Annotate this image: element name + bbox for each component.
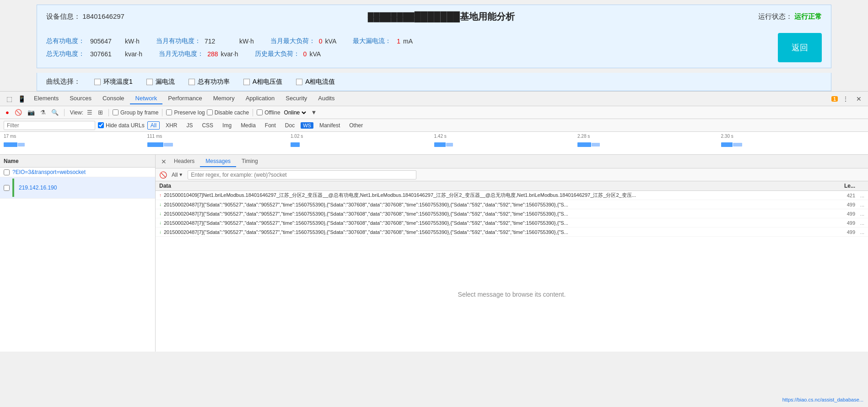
filter-css-btn[interactable]: CSS (199, 121, 216, 130)
preserve-log-group: Preserve log (166, 109, 205, 116)
filter-js-btn[interactable]: JS (183, 121, 196, 130)
list-item-0[interactable]: ?EIO=3&transport=websocket (0, 168, 155, 177)
tab-elements[interactable]: Elements (28, 93, 64, 104)
more-col-header (855, 183, 864, 189)
more-options-icon[interactable]: ⋮ (840, 93, 852, 104)
month-active-power-value: 712 (205, 38, 237, 45)
curve-checkbox-0[interactable] (94, 79, 101, 85)
data-row-1[interactable]: ↓ 201500020487[7]{"Sdata":"905527","data… (156, 200, 868, 209)
hide-data-urls-checkbox[interactable] (98, 122, 104, 128)
clear-btn[interactable]: 🚫 (13, 108, 24, 117)
view-list-icon[interactable]: ☰ (85, 108, 94, 117)
close-devtools-icon[interactable]: ✕ (853, 93, 864, 104)
record-btn[interactable]: ● (4, 108, 11, 117)
timeline-section-0 (4, 142, 147, 147)
device-icon[interactable]: 📱 (15, 93, 28, 104)
filter-other-btn[interactable]: Other (346, 121, 366, 130)
row-content-0: 201500010409[7]Net1.briLeModbus.18401646… (164, 192, 832, 199)
row-content-3: 201500020487[7]{"Sdata":"905527","data":… (164, 220, 832, 226)
tab-security[interactable]: Security (280, 93, 313, 104)
timeline-section-3 (434, 142, 578, 147)
tab-application[interactable]: Application (240, 93, 280, 104)
list-item-1[interactable]: 219.142.16.190 (0, 177, 155, 199)
select-message-hint: Select message to browse its content. (156, 237, 868, 352)
tab-memory[interactable]: Memory (208, 93, 240, 104)
filter-img-btn[interactable]: Img (219, 121, 235, 130)
timeline-ticks-row: 17 ms 111 ms 1.02 s 1.42 s 2.28 s 2.30 s (4, 134, 864, 139)
curve-checkbox-1[interactable] (146, 79, 153, 85)
data-row-3[interactable]: ↓ 201500020487[7]{"Sdata":"905527","data… (156, 218, 868, 228)
curve-item-label-0: 环境温度1 (103, 78, 133, 86)
messages-clear-btn[interactable]: 🚫 (159, 171, 167, 179)
filter-input[interactable] (4, 121, 95, 130)
inspect-icon[interactable]: ⬚ (4, 93, 15, 104)
filter-all-btn[interactable]: All (147, 121, 160, 130)
curve-checkbox-4[interactable] (296, 79, 302, 85)
view-grid-icon[interactable]: ⊞ (96, 108, 105, 117)
bar-4-0 (577, 142, 591, 147)
bar-1-0 (147, 142, 163, 147)
data-row-0[interactable]: ↑ 201500010409[7]Net1.briLeModbus.184016… (156, 191, 868, 200)
curve-checkbox-2[interactable] (189, 79, 195, 85)
bar-0-1 (18, 143, 25, 147)
filter-ws-btn[interactable]: WS (301, 122, 313, 129)
history-max-load-value: 0 (303, 50, 307, 58)
back-button[interactable]: 返回 (778, 33, 822, 62)
curve-checkbox-3[interactable] (243, 79, 250, 85)
tick-3: 1.42 s (434, 134, 578, 139)
curve-item-1: 漏电流 (146, 78, 175, 86)
offline-checkbox[interactable] (257, 109, 263, 115)
tab-audits[interactable]: Audits (313, 93, 340, 104)
row-len-3: 499 (832, 220, 855, 226)
row-content-1: 201500020487[7]{"Sdata":"905527","data":… (164, 202, 832, 207)
bottom-link-text: https://biao.cs.nc/assist_dababase... (782, 397, 863, 402)
preserve-log-checkbox[interactable] (166, 109, 172, 115)
online-select[interactable]: Online (282, 109, 307, 116)
disable-cache-checkbox[interactable] (207, 109, 213, 115)
tab-sources[interactable]: Sources (64, 93, 97, 104)
history-max-load-unit: kVA (309, 50, 321, 58)
item-checkbox-0[interactable] (4, 169, 10, 175)
curve-item-label-2: 总有功功率 (198, 78, 230, 86)
tab-console[interactable]: Console (97, 93, 130, 104)
right-panel-close-btn[interactable]: ✕ (159, 158, 168, 165)
item-checkbox-1[interactable] (4, 185, 10, 191)
right-panel: ✕ Headers Messages Timing 🚫 All ▼ Data L… (156, 155, 868, 352)
timeline-bars-row (4, 140, 864, 150)
tab-network[interactable]: Network (130, 93, 163, 104)
row-arrow-3: ↓ (159, 220, 163, 225)
row-more-4: ... (855, 229, 864, 235)
curve-label: 曲线选择： (46, 77, 81, 86)
group-by-frame-checkbox[interactable] (113, 109, 119, 115)
camera-btn[interactable]: 📷 (26, 108, 37, 117)
status-label: 运行状态： (758, 12, 793, 20)
row-more-2: ... (855, 211, 864, 217)
timeline-section-4 (577, 142, 721, 147)
app-container: 设备信息： 18401646297 ███████████████基地用能分析 … (37, 5, 831, 68)
filter-media-btn[interactable]: Media (237, 121, 259, 130)
data-row-2[interactable]: ↓ 201500020487[7]{"Sdata":"905527","data… (156, 209, 868, 218)
device-id: 18401646297 (82, 12, 124, 20)
filter-manifest-btn[interactable]: Manifest (316, 121, 343, 130)
metric-line-1: 总有功电度： 905647 kW·h 当月有功电度： 712 kW·h 当月最大… (46, 37, 769, 45)
right-tab-timing[interactable]: Timing (236, 156, 264, 167)
search-btn[interactable]: 🔍 (49, 108, 60, 117)
total-reactive-power-value: 307661 (90, 50, 122, 58)
messages-all-dropdown[interactable]: All ▼ (170, 171, 185, 179)
device-info: 设备信息： 18401646297 (46, 12, 124, 21)
filter-doc-btn[interactable]: Doc (282, 121, 298, 130)
max-leakage-value: 1 (397, 38, 400, 45)
messages-filter-input[interactable] (188, 170, 416, 179)
row-len-2: 499 (832, 211, 855, 217)
max-leakage-unit: mA (403, 38, 413, 45)
filter-xhr-btn[interactable]: XHR (162, 121, 180, 130)
tab-performance[interactable]: Performance (162, 93, 207, 104)
filter-font-btn[interactable]: Font (262, 121, 279, 130)
filter-btn[interactable]: ⚗ (38, 108, 48, 117)
dropdown-arrow-btn[interactable]: ▼ (309, 108, 319, 117)
hide-data-urls-label: Hide data URLs (106, 122, 145, 129)
item-bar-1 (12, 179, 14, 197)
right-tab-headers[interactable]: Headers (168, 156, 200, 167)
data-row-4[interactable]: ↓ 201500020487[7]{"Sdata":"905527","data… (156, 228, 868, 237)
right-tab-messages[interactable]: Messages (200, 156, 236, 167)
